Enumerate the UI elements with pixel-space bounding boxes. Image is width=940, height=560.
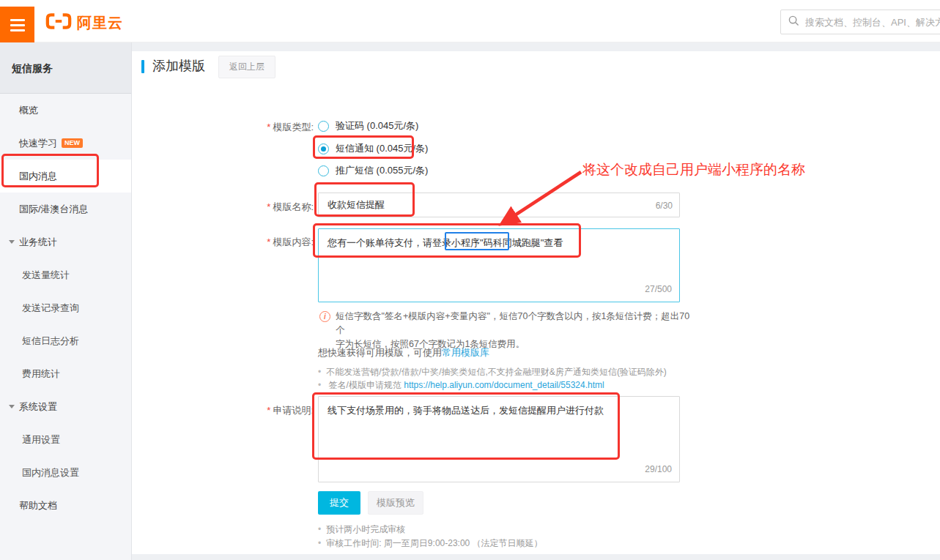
sidebar-item-international-messages[interactable]: 国际/港澳台消息 (0, 193, 131, 225)
template-type-label: *模版类型: (132, 121, 314, 134)
global-search[interactable] (780, 10, 940, 34)
info-icon: i (319, 311, 330, 322)
title-accent-bar (141, 60, 144, 73)
review-time-note: 预计两小时完成审核 (318, 523, 405, 536)
template-content-label: *模版内容: (132, 236, 314, 249)
sidebar-item-help-docs[interactable]: 帮助文档 (0, 489, 131, 522)
sidebar-item-general-settings[interactable]: 通用设置 (0, 423, 131, 456)
sidebar-item-domestic-messages[interactable]: 国内消息 (0, 160, 131, 193)
radio-promotional-sms[interactable]: 推广短信 (0.055元/条) (318, 163, 428, 178)
radio-verification-code[interactable]: 验证码 (0.045元/条) (318, 119, 418, 133)
content-char-counter: 27/500 (645, 283, 672, 296)
template-name-input[interactable] (318, 193, 680, 217)
chevron-down-icon (9, 405, 15, 408)
name-char-counter: 6/30 (656, 201, 673, 211)
restriction-note: 不能发送营销/贷款/借款/中奖/抽奖类短信,不支持金融理财&房产通知类短信(验证… (318, 366, 667, 378)
page-title: 添加模版 (152, 57, 205, 75)
back-button[interactable]: 返回上层 (218, 56, 275, 78)
add-template-card: 添加模版 返回上层 *模版类型: 验证码 (0.045元/条) 短信通知 (0.… (132, 51, 940, 554)
template-content-textarea[interactable]: 您有一个账单待支付，请登录小程序"码科同城跑腿"查看 27/500 (318, 228, 680, 302)
template-preview-button[interactable]: 模版预览 (368, 491, 423, 515)
sidebar: 短信服务 概览 快速学习NEW 国内消息 国际/港澳台消息 业务统计 发送量统计… (0, 42, 132, 560)
sidebar-title: 短信服务 (0, 42, 131, 94)
submit-button[interactable]: 提交 (318, 491, 360, 515)
common-template-library-link[interactable]: 常用模版库 (442, 347, 489, 358)
content-text-prefix: 您有一个账单待支付，请登录小程序" (327, 237, 484, 248)
radio-icon (318, 121, 329, 132)
chevron-down-icon (9, 240, 15, 244)
radio-checked-icon (318, 143, 329, 154)
content-text-suffix: "查看 (541, 237, 563, 248)
aliyun-bracket-icon (45, 12, 72, 33)
review-hours-note: 审核工作时间: 周一至周日9:00-23:00 （法定节日顺延） (318, 537, 543, 550)
radio-icon (318, 165, 329, 176)
template-name-field-wrap: 6/30 (318, 193, 680, 217)
content-text-highlight: 码科同城跑腿 (484, 237, 541, 248)
aliyun-logo[interactable]: 阿里云 (45, 12, 123, 33)
desc-char-counter: 29/100 (645, 463, 672, 477)
new-badge: NEW (62, 138, 83, 148)
sidebar-item-domestic-message-settings[interactable]: 国内消息设置 (0, 456, 131, 489)
radio-sms-notification[interactable]: 短信通知 (0.045元/条) (318, 141, 428, 156)
sidebar-item-cost-stats[interactable]: 费用统计 (0, 357, 131, 390)
sidebar-group-business-stats[interactable]: 业务统计 (0, 225, 131, 258)
sidebar-item-sms-log-analysis[interactable]: 短信日志分析 (0, 324, 131, 357)
quick-template-tip: 想快速获得可用模版，可使用常用模版库 (318, 346, 489, 359)
main-area: 添加模版 返回上层 *模版类型: 验证码 (0.045元/条) 短信通知 (0.… (132, 42, 940, 560)
sidebar-group-system-settings[interactable]: 系统设置 (0, 390, 131, 423)
hamburger-menu-icon[interactable] (0, 7, 34, 42)
sms-billing-tip: 短信字数含"签名+模版内容+变量内容"，短信70个字数含以内，按1条短信计费；超… (336, 310, 692, 351)
top-header: 阿里云 (0, 0, 940, 42)
spec-note: 签名/模版申请规范 https://help.aliyun.com/docume… (318, 379, 604, 392)
aliyun-sms-console: 阿里云 短信服务 概览 快速学习NEW 国内消息 国际/港澳台消息 业务统计 发… (0, 0, 940, 560)
sidebar-item-overview[interactable]: 概览 (0, 94, 131, 127)
sidebar-item-send-record-query[interactable]: 发送记录查询 (0, 291, 131, 324)
template-name-label: *模版名称: (132, 201, 314, 214)
search-icon (788, 15, 799, 29)
sidebar-item-quick-learn[interactable]: 快速学习NEW (0, 127, 131, 160)
sidebar-item-send-volume-stats[interactable]: 发送量统计 (0, 258, 131, 291)
spec-doc-link[interactable]: https://help.aliyun.com/document_detail/… (404, 380, 604, 390)
application-desc-textarea[interactable]: 线下支付场景用的，骑手将物品送达后，发短信提醒用户进行付款 29/100 (318, 396, 680, 482)
application-desc-label: *申请说明: (132, 404, 314, 417)
brand-name: 阿里云 (77, 13, 123, 33)
search-input[interactable] (805, 17, 940, 28)
